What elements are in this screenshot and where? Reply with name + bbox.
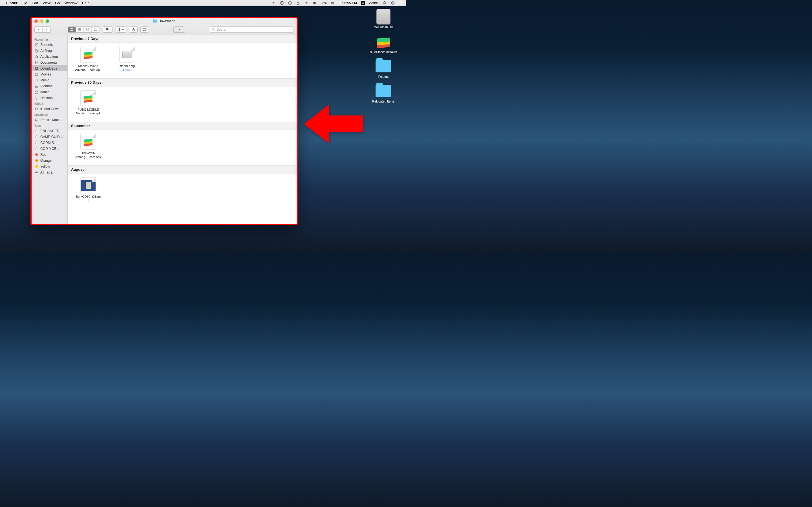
file-thumb: [80, 134, 96, 150]
menu-edit[interactable]: Edit: [32, 1, 38, 5]
nav-buttons: ‹ ›: [35, 26, 51, 33]
file-item[interactable]: Monkey IslandAdventu…com.apk: [73, 47, 104, 72]
sidebar-item-recents[interactable]: Recents: [32, 42, 67, 48]
wifi-status-icon[interactable]: [271, 1, 276, 5]
desk-icon: [35, 96, 39, 100]
group-by-button[interactable]: [103, 26, 113, 33]
bluetooth-icon[interactable]: [296, 1, 300, 5]
sidebar-item-pictures[interactable]: Pictures: [32, 83, 67, 89]
gallery-view-button[interactable]: [92, 27, 100, 33]
sidebar-item-codmobil[interactable]: COD MOBIL…: [32, 146, 67, 152]
menu-file[interactable]: File: [21, 1, 28, 5]
sidebar-item-red[interactable]: Red: [32, 152, 67, 158]
sidebar-item-admin[interactable]: admin: [32, 89, 67, 95]
finder-content: Previous 7 DaysMonkey IslandAdventu…com.…: [68, 35, 297, 224]
window-titlebar[interactable]: Downloads: [32, 18, 297, 24]
desktop-item-label: BlueStacks Installer: [366, 50, 400, 54]
timemachine-icon[interactable]: [288, 1, 292, 5]
apps-icon: [35, 54, 39, 59]
search-icon: [212, 28, 215, 31]
menu-help[interactable]: Help: [82, 1, 90, 5]
sidebar-item-label: Movies: [40, 72, 51, 76]
sidebar-item-documents[interactable]: Documents: [32, 59, 67, 65]
app-name[interactable]: Finder: [6, 1, 17, 5]
file-thumb: [119, 47, 135, 62]
sidebar-item-orange[interactable]: Orange: [32, 158, 67, 163]
cc-status-icon[interactable]: [280, 1, 284, 5]
sidebar-item-gameguid[interactable]: GAME GUID…: [32, 134, 67, 140]
sidebar-item-iclouddrive[interactable]: iCloud Drive: [32, 106, 67, 112]
volume-icon[interactable]: [312, 1, 317, 5]
sidebar-item-airdrop[interactable]: AirDrop: [32, 48, 67, 54]
file-item[interactable]: PUBG MOBILENordic….com.apk: [73, 91, 104, 116]
wifi-icon[interactable]: [304, 1, 308, 5]
list-view-button[interactable]: [76, 27, 84, 33]
file-item[interactable]: BerkCD8CH01.ppt: [73, 177, 104, 203]
menu-go[interactable]: Go: [55, 1, 60, 5]
forward-button[interactable]: ›: [43, 27, 50, 33]
alltags-icon: [35, 170, 39, 174]
battery-percent[interactable]: 86%: [320, 1, 327, 5]
file-item[interactable]: The-Wolf-Among-…com.apk: [73, 134, 104, 159]
column-view-button[interactable]: [84, 27, 92, 33]
svg-rect-35: [35, 97, 38, 99]
sidebar-item-music[interactable]: Music: [32, 77, 67, 83]
menu-view[interactable]: View: [43, 1, 50, 5]
minimize-button[interactable]: [40, 19, 43, 23]
sidebar-item-enhanced[interactable]: ENHANCED…: [32, 128, 67, 134]
spotlight-icon[interactable]: [383, 1, 387, 5]
keyboard-input-icon[interactable]: A: [361, 1, 365, 5]
svg-rect-15: [86, 28, 89, 31]
share-button[interactable]: [129, 26, 138, 33]
svg-point-9: [391, 1, 395, 4]
sidebar-item-pratiksmac[interactable]: Pratik's Mac…: [32, 117, 67, 123]
svg-point-2: [282, 2, 282, 3]
sidebar-item-movies[interactable]: Movies: [32, 71, 67, 77]
desktop-item-folders[interactable]: Folders: [366, 59, 400, 78]
svg-rect-16: [94, 28, 97, 30]
sidebar-item-downloads[interactable]: Downloads: [32, 65, 67, 71]
file-item[interactable]: steam.dmg4.9 MB: [112, 47, 143, 72]
sidebar-item-label: GAME GUID…: [40, 135, 63, 139]
file-thumb: [80, 177, 96, 193]
icon-view-button[interactable]: [68, 27, 76, 33]
search-input[interactable]: Search: [210, 26, 294, 33]
siri-icon[interactable]: [391, 1, 395, 5]
fullscreen-button[interactable]: [46, 19, 49, 23]
folder-icon: [375, 85, 391, 97]
sidebar-item-label: admin: [40, 90, 50, 94]
tag-icon: [35, 140, 39, 145]
svg-rect-17: [106, 28, 107, 29]
file-size: 4.9 MB: [112, 69, 143, 72]
finder-window: Downloads ‹ › ✻ ▾ ▾ Search FavouritesRec…: [31, 17, 298, 225]
tag-icon: [35, 158, 39, 163]
sidebar-item-applications[interactable]: Applications: [32, 54, 67, 59]
desktop-item-bluestacks[interactable]: BlueStacks Installer: [366, 34, 400, 54]
menubar-user[interactable]: Admin: [369, 1, 378, 5]
close-button[interactable]: [35, 19, 38, 23]
sidebar-header: Favourites: [32, 37, 67, 42]
desktop-item-relocated[interactable]: Relocated Items: [366, 83, 400, 103]
doc-icon: [35, 60, 39, 64]
sidebar-item-codmblue[interactable]: CODM Blue…: [32, 140, 67, 146]
battery-icon[interactable]: [331, 1, 336, 5]
action-button[interactable]: ✻ ▾: [116, 26, 126, 33]
group-header: Previous 7 Days: [68, 35, 297, 43]
sidebar-item-label: Recents: [40, 43, 53, 47]
notification-center-icon[interactable]: [399, 1, 403, 5]
svg-point-25: [36, 50, 37, 51]
tags-button[interactable]: [140, 26, 149, 33]
menu-window[interactable]: Window: [64, 1, 77, 5]
sidebar-item-alltags[interactable]: All Tags…: [32, 169, 67, 175]
hard-drive-icon: [376, 9, 391, 24]
group-header: August: [68, 165, 297, 173]
back-button[interactable]: ‹: [35, 27, 43, 33]
svg-rect-22: [143, 29, 146, 31]
sidebar-item-label: Red: [40, 153, 47, 157]
filter-dropdown[interactable]: ▾: [173, 26, 185, 33]
desktop-item-hd[interactable]: Macintosh HD: [366, 9, 400, 29]
sidebar-item-desktop[interactable]: Desktop: [32, 95, 67, 101]
menubar-clock[interactable]: Fri 6:55 PM: [340, 1, 357, 5]
sidebar-item-yellow[interactable]: Yellow: [32, 163, 67, 169]
sidebar-item-label: Desktop: [40, 96, 53, 100]
